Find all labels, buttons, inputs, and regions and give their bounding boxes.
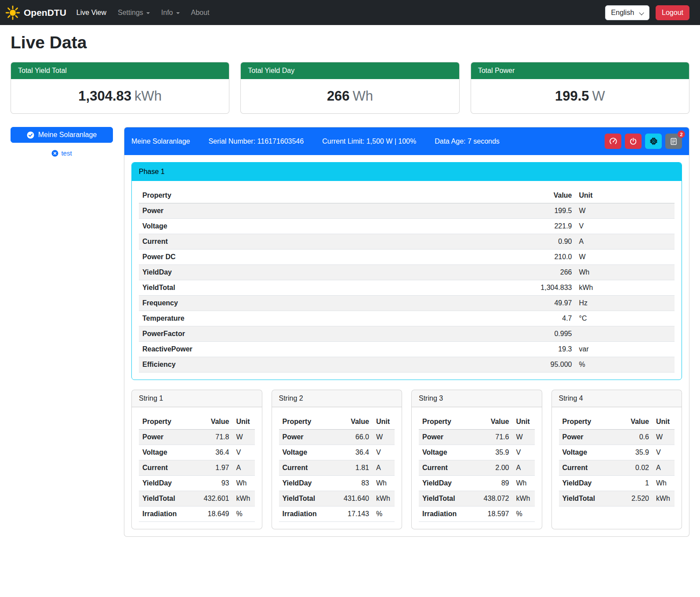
check-circle-icon — [27, 131, 34, 139]
property-cell: YieldDay — [139, 476, 194, 491]
property-cell: Voltage — [559, 445, 614, 460]
string-card-3: String 3 Property Value Unit — [411, 390, 542, 529]
value-cell: 0.90 — [493, 234, 576, 250]
device-info-button[interactable] — [645, 134, 662, 149]
chevron-down-icon — [176, 12, 180, 14]
nav-live-view[interactable]: Live View — [71, 5, 112, 20]
unit-cell: Wh — [653, 476, 675, 491]
brand[interactable]: OpenDTU — [5, 5, 66, 20]
summary-unit: Wh — [353, 88, 374, 104]
limit-settings-button[interactable] — [605, 134, 621, 149]
unit-cell: V — [512, 445, 534, 460]
table-row: Frequency 49.97 Hz — [139, 296, 675, 311]
unit-cell: % — [373, 507, 395, 522]
unit-cell: A — [373, 460, 395, 476]
property-cell: YieldDay — [279, 476, 334, 491]
property-cell: Current — [559, 460, 614, 476]
nav-info-label: Info — [161, 9, 173, 16]
value-cell: 19.3 — [493, 342, 576, 357]
value-cell: 35.9 — [474, 445, 512, 460]
table-row: YieldDay 93 Wh — [139, 476, 255, 491]
value-cell: 1 — [614, 476, 653, 491]
summary-card: Total Power 199.5W — [471, 62, 689, 114]
inverter-card: Meine Solaranlage Serial Number: 1161716… — [124, 127, 689, 537]
value-cell: 18.597 — [474, 507, 512, 522]
table-header-row: Property Value Unit — [419, 414, 535, 430]
language-value: English — [611, 9, 634, 16]
table-header-row: Property Value Unit — [279, 414, 395, 430]
value-cell: 71.8 — [194, 430, 232, 445]
value-cell: 438.072 — [474, 491, 512, 507]
value-cell: 1.81 — [334, 460, 373, 476]
phase-panel-body: Property Value Unit Power — [132, 181, 682, 380]
table-row: Voltage 35.9 V — [559, 445, 675, 460]
table-row: Power 0.6 W — [559, 430, 675, 445]
inverter-actions: 2 — [605, 134, 682, 149]
value-cell: 93 — [194, 476, 232, 491]
table-row: Voltage 36.4 V — [139, 445, 255, 460]
value-cell: 35.9 — [614, 445, 653, 460]
string-table: Property Value Unit Power — [139, 414, 255, 522]
col-unit: Unit — [512, 414, 534, 430]
table-row: Current 1.81 A — [279, 460, 395, 476]
brand-label: OpenDTU — [24, 7, 66, 18]
table-row: Voltage 35.9 V — [419, 445, 535, 460]
summary-value: 1,304.83 — [78, 88, 131, 104]
summary-unit: W — [592, 88, 605, 104]
unit-cell: % — [576, 357, 675, 373]
value-cell: 83 — [334, 476, 373, 491]
phase-table: Property Value Unit Power — [139, 188, 675, 373]
col-value: Value — [194, 414, 232, 430]
inverter-select-button[interactable]: Meine Solaranlage — [11, 127, 113, 143]
property-cell: Current — [139, 234, 493, 250]
value-cell: 49.97 — [493, 296, 576, 311]
power-button[interactable] — [625, 134, 642, 149]
unit-cell: kWh — [653, 491, 675, 507]
nav-info[interactable]: Info — [156, 5, 185, 20]
summary-card-title: Total Power — [471, 62, 689, 79]
table-row: YieldTotal 2.520 kWh — [559, 491, 675, 507]
string-card-title: String 2 — [272, 390, 402, 407]
value-cell: 66.0 — [334, 430, 373, 445]
unit-cell: A — [232, 460, 254, 476]
event-log-button[interactable]: 2 — [665, 134, 682, 149]
table-row: Power 199.5 W — [139, 203, 675, 219]
property-cell: Power — [139, 430, 194, 445]
property-cell: Voltage — [139, 219, 493, 234]
string-table-body: Power 66.0 W Voltage 36.4 V — [279, 430, 395, 522]
summary-card-body: 1,304.83kWh — [11, 79, 229, 113]
page-title: Live Data — [11, 33, 689, 52]
table-row: YieldDay 266 Wh — [139, 265, 675, 280]
navbar-right: English Logout — [605, 5, 689, 20]
speedometer-icon — [609, 137, 617, 145]
value-cell: 221.9 — [493, 219, 576, 234]
string-table: Property Value Unit Power — [279, 414, 395, 522]
table-row: YieldTotal 1,304.833 kWh — [139, 280, 675, 296]
unit-cell — [576, 326, 675, 342]
value-cell: 36.4 — [334, 445, 373, 460]
table-header-row: Property Value Unit — [139, 414, 255, 430]
language-select[interactable]: English — [605, 5, 649, 20]
inverter-list-item-test[interactable]: test — [11, 149, 113, 157]
inverter-name: Meine Solaranlage — [131, 137, 190, 145]
property-cell: YieldTotal — [559, 491, 614, 507]
col-value: Value — [474, 414, 512, 430]
unit-cell: W — [653, 430, 675, 445]
table-row: YieldTotal 431.640 kWh — [279, 491, 395, 507]
table-row: Power 71.6 W — [419, 430, 535, 445]
phase-panel: Phase 1 Property Value Unit — [131, 162, 682, 380]
property-cell: PowerFactor — [139, 326, 493, 342]
unit-cell: V — [576, 219, 675, 234]
summary-card-body: 266Wh — [241, 79, 459, 113]
logout-button[interactable]: Logout — [656, 5, 689, 20]
nav-settings[interactable]: Settings — [112, 5, 156, 20]
value-cell: 89 — [474, 476, 512, 491]
col-property: Property — [419, 414, 474, 430]
col-property: Property — [139, 414, 194, 430]
nav-settings-label: Settings — [118, 9, 143, 16]
value-cell: 266 — [493, 265, 576, 280]
string-card-4: String 4 Property Value Unit — [551, 390, 682, 529]
table-row: PowerFactor 0.995 — [139, 326, 675, 342]
table-row: Current 0.02 A — [559, 460, 675, 476]
nav-about[interactable]: About — [185, 5, 215, 20]
